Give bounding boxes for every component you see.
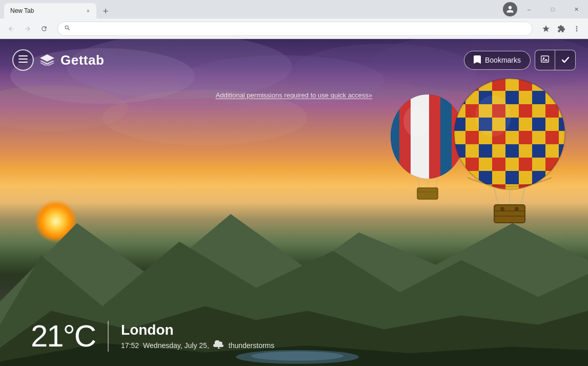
top-bar: Gettab Bookmarks	[0, 39, 588, 81]
svg-point-48	[543, 57, 544, 59]
image-check-group	[535, 50, 576, 70]
permissions-bar: Additional permissions required to use q…	[0, 91, 588, 99]
image-icon	[541, 55, 549, 65]
permissions-link[interactable]: Additional permissions required to use q…	[216, 91, 373, 99]
menu-button[interactable]	[12, 49, 34, 71]
temperature-display: 21°C	[31, 321, 95, 352]
layers-icon	[40, 54, 54, 66]
page-overlay: Gettab Bookmarks	[0, 39, 588, 366]
gettab-logo-icon	[40, 54, 54, 66]
weather-details: London 17:52 Wednesday, July 25, thunder…	[121, 322, 274, 351]
bookmark-icon	[474, 55, 481, 65]
address-bar[interactable]	[57, 22, 533, 36]
thunderstorm-icon	[213, 340, 225, 351]
chrome-menu-button[interactable]	[570, 22, 584, 36]
main-content: Gettab Bookmarks	[0, 39, 588, 366]
chrome-frame: New Tab × + – □ ✕	[0, 0, 588, 366]
back-button[interactable]	[4, 22, 18, 36]
image-button[interactable]	[535, 50, 555, 70]
tab-title: New Tab	[10, 7, 80, 14]
hamburger-icon	[18, 55, 28, 65]
check-button[interactable]	[555, 50, 576, 70]
profile-button[interactable]	[503, 2, 517, 16]
weather-day: Wednesday, July 25,	[143, 341, 209, 350]
forward-button[interactable]	[21, 22, 35, 36]
weather-widget: 21°C London 17:52 Wednesday, July 25,	[0, 311, 588, 366]
tab-strip: New Tab × +	[0, 0, 113, 18]
bookmarks-button[interactable]: Bookmarks	[464, 51, 531, 70]
weather-condition: thunderstorms	[229, 341, 274, 350]
reload-button[interactable]	[37, 22, 51, 36]
title-bar: New Tab × + – □ ✕	[0, 0, 588, 18]
svg-rect-45	[18, 59, 28, 60]
tab-close-button[interactable]: ×	[84, 7, 92, 15]
new-tab-button[interactable]: +	[98, 4, 113, 18]
maximize-button[interactable]: □	[541, 0, 564, 18]
close-window-button[interactable]: ✕	[564, 0, 588, 18]
toolbar	[0, 18, 588, 39]
logo-text: Gettab	[60, 52, 104, 68]
omnibox-search-icon	[64, 25, 71, 33]
window-controls: – □ ✕	[517, 0, 588, 18]
logo-area: Gettab	[12, 49, 104, 71]
toolbar-actions	[539, 22, 584, 36]
city-name: London	[121, 322, 274, 338]
svg-rect-46	[18, 62, 28, 63]
search-area	[0, 99, 588, 311]
top-right-buttons: Bookmarks	[464, 50, 576, 70]
weather-info: 17:52 Wednesday, July 25, thunderstorms	[121, 340, 274, 351]
bookmark-star-button[interactable]	[539, 22, 553, 36]
weather-divider	[108, 321, 109, 352]
minimize-button[interactable]: –	[517, 0, 541, 18]
active-tab[interactable]: New Tab ×	[4, 3, 96, 18]
bookmarks-label: Bookmarks	[485, 56, 521, 64]
checkmark-icon	[562, 55, 569, 66]
extensions-button[interactable]	[554, 22, 569, 36]
weather-time: 17:52	[121, 341, 139, 350]
svg-rect-44	[18, 55, 28, 56]
svg-rect-47	[541, 56, 549, 62]
